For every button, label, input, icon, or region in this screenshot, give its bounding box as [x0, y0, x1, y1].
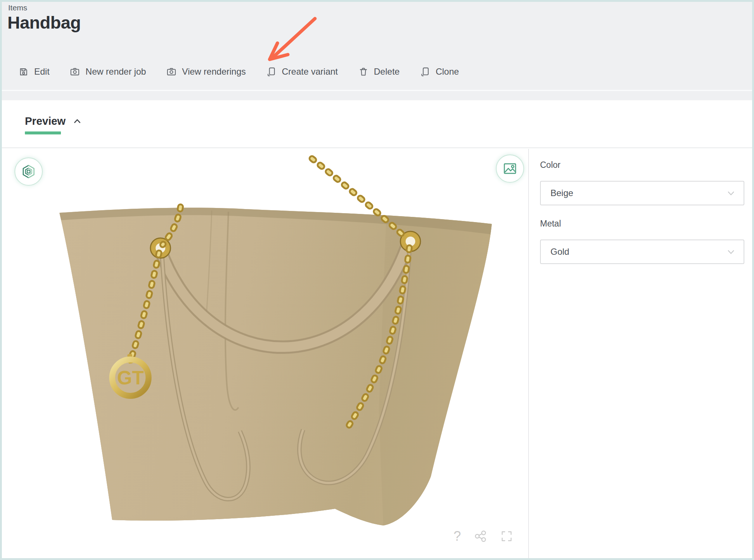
metal-select[interactable]: Gold [540, 240, 744, 264]
edit-button[interactable]: Edit [19, 66, 49, 77]
camera-icon [70, 67, 80, 77]
toolbar-label: Clone [436, 66, 459, 77]
view-3d-button[interactable] [14, 157, 43, 186]
view-renderings-button[interactable]: View renderings [166, 66, 246, 77]
clone-button[interactable]: Clone [420, 66, 459, 77]
copy-icon [420, 67, 430, 77]
color-select-value: Beige [550, 188, 573, 198]
image-icon [503, 162, 517, 176]
options-panel: Color Beige Metal Gold [528, 149, 752, 558]
toolbar-label: New render job [85, 66, 146, 77]
color-label: Color [540, 160, 560, 170]
tab-preview[interactable]: Preview [25, 115, 82, 127]
fullscreen-button[interactable] [500, 530, 513, 543]
section-tabbar: Preview [2, 100, 752, 148]
delete-button[interactable]: Delete [358, 66, 400, 77]
help-button[interactable]: ? [454, 528, 461, 544]
viewer-controls: ? [454, 528, 513, 544]
page-title: Handbag [7, 12, 81, 33]
metal-label: Metal [540, 219, 561, 229]
help-icon: ? [454, 528, 461, 544]
cube-logo-icon [21, 164, 36, 179]
app-window: Items Handbag Edit New render job [0, 0, 754, 560]
metal-select-value: Gold [550, 247, 569, 257]
tab-preview-label: Preview [25, 115, 66, 127]
camera-icon [166, 67, 176, 77]
trash-icon [358, 67, 368, 77]
new-render-job-button[interactable]: New render job [70, 66, 146, 77]
color-select[interactable]: Beige [540, 181, 744, 205]
create-variant-button[interactable]: Create variant [266, 66, 338, 77]
chevron-down-icon [726, 188, 736, 198]
page-header: Items Handbag Edit New render job [2, 2, 752, 100]
product-viewer[interactable]: GT ? [2, 149, 526, 558]
breadcrumb[interactable]: Items [8, 3, 27, 12]
toolbar-label: View renderings [182, 66, 246, 77]
chevron-up-icon [73, 117, 82, 126]
active-tab-indicator [25, 131, 61, 134]
save-icon [19, 67, 29, 77]
toolbar-label: Edit [34, 66, 49, 77]
share-icon [474, 530, 487, 543]
chevron-down-icon [726, 247, 736, 257]
handbag-3d-render[interactable]: GT [52, 150, 501, 544]
copy-icon [266, 67, 276, 77]
toolbar-label: Create variant [282, 66, 338, 77]
fullscreen-icon [500, 530, 513, 543]
share-button[interactable] [474, 530, 487, 543]
toolbar: Edit New render job View renderings [19, 63, 459, 81]
medallion-monogram: GT [117, 367, 144, 388]
toolbar-label: Delete [374, 66, 400, 77]
